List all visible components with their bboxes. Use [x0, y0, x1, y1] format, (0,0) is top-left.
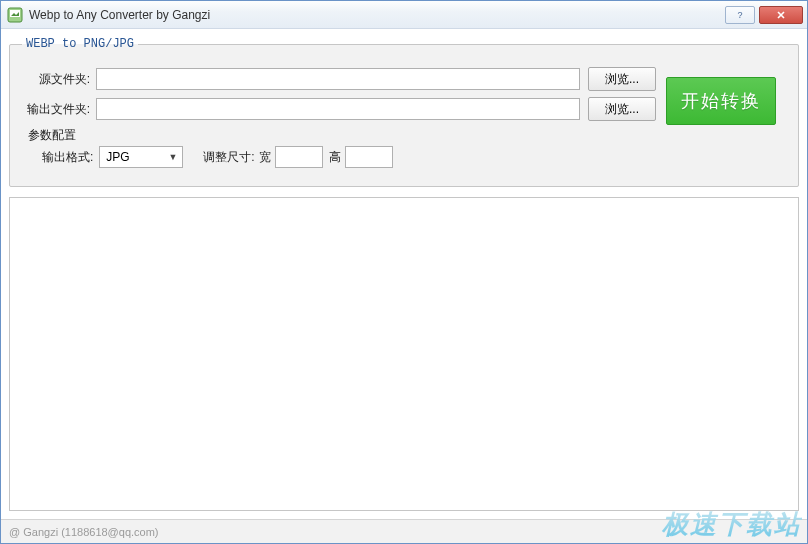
source-label: 源文件夹:	[22, 71, 90, 88]
output-format-select[interactable]: ▼	[99, 146, 183, 168]
help-button[interactable]: ?	[725, 6, 755, 24]
titlebar: Webp to Any Converter by Gangzi ?	[1, 1, 807, 29]
width-label: 宽	[259, 149, 271, 166]
output-label: 输出文件夹:	[22, 101, 90, 118]
browse-output-button[interactable]: 浏览...	[588, 97, 656, 121]
params-row: 输出格式: ▼ 调整尺寸: 宽 高	[42, 146, 786, 168]
close-button[interactable]	[759, 6, 803, 24]
height-label: 高	[329, 149, 341, 166]
app-icon	[7, 7, 23, 23]
source-row: 源文件夹: 浏览...	[22, 67, 656, 91]
svg-text:?: ?	[737, 10, 742, 20]
output-format-label: 输出格式:	[42, 149, 93, 166]
width-input[interactable]	[275, 146, 323, 168]
client-area: WEBP to PNG/JPG 开始转换 源文件夹: 浏览... 输出文件夹: …	[1, 29, 807, 519]
params-heading: 参数配置	[28, 127, 786, 144]
statusbar-text: @ Gangzi (1188618@qq.com)	[9, 526, 159, 538]
groupbox-legend: WEBP to PNG/JPG	[22, 37, 138, 51]
settings-groupbox: WEBP to PNG/JPG 开始转换 源文件夹: 浏览... 输出文件夹: …	[9, 37, 799, 187]
output-folder-input[interactable]	[96, 98, 580, 120]
start-convert-button[interactable]: 开始转换	[666, 77, 776, 125]
height-input[interactable]	[345, 146, 393, 168]
output-format-value[interactable]	[99, 146, 183, 168]
source-folder-input[interactable]	[96, 68, 580, 90]
browse-source-button[interactable]: 浏览...	[588, 67, 656, 91]
window-title: Webp to Any Converter by Gangzi	[29, 8, 725, 22]
output-row: 输出文件夹: 浏览...	[22, 97, 656, 121]
window-buttons: ?	[725, 6, 803, 24]
statusbar: @ Gangzi (1188618@qq.com)	[1, 519, 807, 543]
resize-label: 调整尺寸:	[203, 149, 254, 166]
log-area[interactable]	[9, 197, 799, 511]
